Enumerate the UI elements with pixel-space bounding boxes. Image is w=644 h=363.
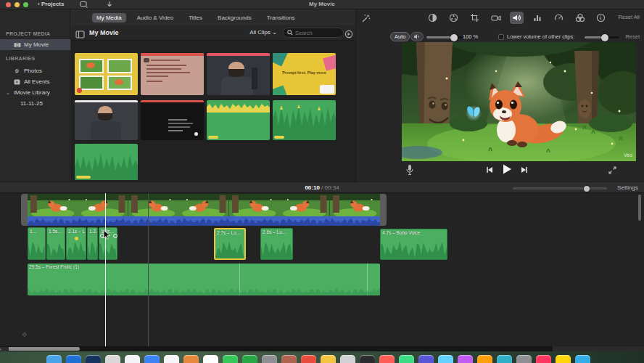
timeline-horizontal-scrollbar[interactable] [0,346,553,351]
dock-app-icon[interactable] [379,355,395,363]
dock-app-icon[interactable] [438,355,453,363]
previous-frame-button[interactable] [485,164,494,177]
lower-volume-checkbox[interactable] [498,34,504,40]
dock-app-icon[interactable] [360,355,375,363]
auto-volume-button[interactable]: Auto [390,32,410,41]
thumbnail-audio-clip-3[interactable] [75,144,138,180]
background-music-clip[interactable]: 29.5s – Forest Frolic (1) [28,264,380,295]
sidebar-toggle-icon[interactable] [75,28,85,41]
audio-clip[interactable]: 1... [28,227,46,260]
filmstrip-frame[interactable] [229,194,279,216]
filmstrip-frame[interactable] [28,194,78,216]
dock-app-icon[interactable] [203,355,218,363]
dock-app-icon[interactable] [301,355,316,363]
tab-my-media[interactable]: My Media [92,13,126,23]
stabilization-icon[interactable] [489,12,503,24]
voiceover-mic-icon[interactable] [405,164,414,179]
dock-app-icon[interactable] [458,355,473,363]
video-clip-audio-bar[interactable] [28,216,380,226]
clip-trim-handle-left[interactable] [21,194,28,226]
dock-app-icon[interactable] [418,355,434,363]
next-frame-button[interactable] [520,164,529,177]
dock-app-icon[interactable] [105,355,120,363]
noise-reduction-eq-icon[interactable] [531,12,545,24]
dock-app-icon[interactable] [399,355,414,363]
dock-app-icon[interactable] [183,355,199,363]
filmstrip-frame[interactable] [330,194,380,216]
video-clip-filmstrip[interactable] [28,194,380,216]
filmstrip-frame[interactable] [78,194,128,216]
scrollbar-thumb[interactable] [0,347,80,351]
dock-app-icon[interactable] [497,355,512,363]
audio-clip[interactable]: 1.2... [87,227,98,260]
dock-app-icon[interactable] [242,355,257,363]
dock-app-icon[interactable] [223,355,238,363]
audio-clip[interactable]: 2.1s – L... [66,227,86,260]
dock-app-icon[interactable] [66,355,81,363]
mute-speaker-button[interactable] [410,32,424,41]
thumbnail-audio-clip-2[interactable] [273,100,336,140]
audio-clip[interactable]: 2.7s – Lu... [214,228,246,260]
recents-clock-icon[interactable] [344,28,353,41]
thumbnail-yellow-slide[interactable]: Prompt first, Play more [273,53,336,95]
volume-icon[interactable] [510,12,524,24]
thumbnail-webcam-man[interactable] [207,53,270,95]
dock-app-icon[interactable] [536,355,551,363]
playhead[interactable] [105,193,106,346]
tab-audio-video[interactable]: Audio & Video [133,13,178,23]
dock-app-icon[interactable] [477,355,492,363]
timeline-vertical-scrollbar[interactable] [638,195,641,221]
filmstrip-frame[interactable] [178,194,228,216]
dock-app-icon[interactable] [281,355,297,363]
all-clips-filter-dropdown[interactable]: All Clips ⌄ [249,29,277,36]
reset-volume-button[interactable]: Reset [625,33,640,40]
timeline[interactable]: 1...1.5s...2.1s – L...1.2...1.3s...2.7s … [0,193,644,346]
sidebar-item-photos[interactable]: ✿ Photos [0,65,70,76]
dock-app-icon[interactable] [516,355,532,363]
reset-all-button[interactable]: Reset All [618,14,640,20]
dock-app-icon[interactable] [262,355,277,363]
lower-volume-slider[interactable] [585,36,619,38]
sidebar-item-event-11-11-25[interactable]: 11-11-25 [0,98,70,109]
thumbnail-audio-clip-1[interactable] [207,100,270,140]
color-correction-icon[interactable] [447,12,461,24]
clip-info-icon[interactable] [594,12,608,24]
audio-clip[interactable]: 1.5s... [46,227,65,260]
search-field[interactable] [283,28,344,38]
thumbnail-screen-recording[interactable] [141,100,204,140]
audio-clip[interactable]: 2.6s – Lu... [260,228,293,260]
volume-slider[interactable] [426,36,463,38]
sidebar-item-all-events[interactable]: All Events [0,76,70,87]
speed-gauge-icon[interactable] [552,12,566,24]
crop-icon[interactable] [468,12,482,24]
thumbnail-webcam-man-2[interactable] [75,100,138,140]
dock-app-icon[interactable] [144,355,160,363]
filmstrip-frame[interactable] [128,194,178,216]
dock-app-icon[interactable] [575,355,590,363]
sidebar-item-my-movie[interactable]: My Movie [0,39,70,50]
color-balance-icon[interactable] [426,12,439,24]
thumbnail-document[interactable] [141,53,204,95]
play-button[interactable] [501,163,513,178]
dock-app-icon[interactable] [86,355,101,363]
enhance-magic-wand-icon[interactable] [361,13,371,26]
dock-app-icon[interactable] [164,355,179,363]
tab-backgrounds[interactable]: Backgrounds [213,13,256,23]
dock-app-icon[interactable] [556,355,571,363]
tab-transitions[interactable]: Transitions [263,13,300,23]
filmstrip-frame[interactable] [279,194,329,216]
dock-app-icon[interactable] [125,355,140,363]
thumbnail-fox-collage[interactable] [75,53,138,95]
sidebar-item-imovie-library[interactable]: ⌄ iMovie Library [0,87,70,98]
clip-trim-handle-right[interactable] [380,194,387,226]
tab-titles[interactable]: Titles [184,13,207,23]
fullscreen-icon[interactable] [608,165,617,178]
dock-app-icon[interactable] [46,355,62,363]
dock-app-icon[interactable] [321,355,336,363]
dock-app-icon[interactable] [340,355,355,363]
clip-filters-icon[interactable] [573,12,587,24]
timeline-zoom-slider[interactable] [513,187,607,189]
audio-clip[interactable]: 4.7s – Bobo Voice [380,229,447,260]
timeline-settings-button[interactable]: Settings [617,184,638,191]
search-input[interactable] [295,30,339,36]
